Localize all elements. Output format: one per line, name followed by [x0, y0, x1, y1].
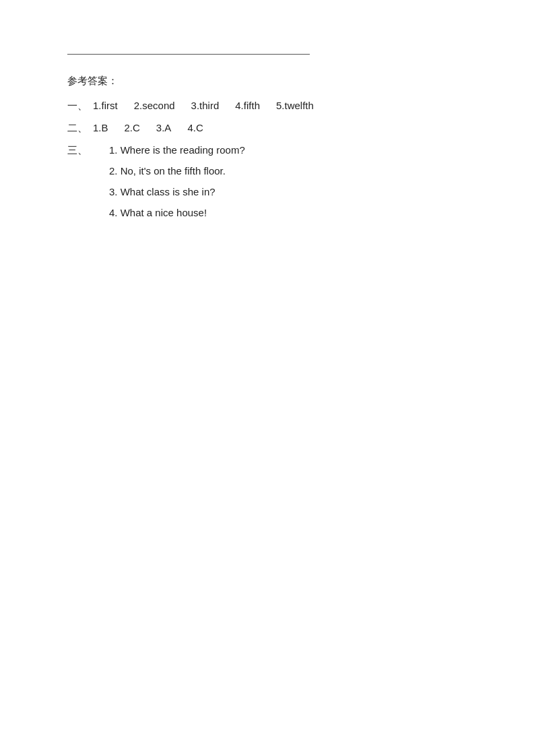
section-two-label: 二、 — [67, 122, 88, 135]
section-three-label: 三、 — [67, 144, 88, 157]
section-one-item-1: 1.first — [93, 100, 118, 111]
section-two-item-3: 3.A — [156, 122, 172, 133]
section-one-label: 一、 — [67, 100, 88, 113]
section-three-item-3: 3. What class is she in? — [109, 186, 245, 197]
section-one-items: 1.first 2.second 3.third 4.fifth 5.twelf… — [93, 100, 330, 111]
section-three: 三、 1. Where is the reading room? 2. No, … — [67, 144, 467, 228]
section-two-item-4: 4.C — [187, 122, 203, 133]
page: 参考答案： 一、 1.first 2.second 3.third 4.fift… — [0, 0, 534, 756]
section-one-item-5: 5.twelfth — [276, 100, 314, 111]
answer-title: 参考答案： — [67, 75, 467, 88]
section-three-item-4: 4. What a nice house! — [109, 207, 245, 218]
section-two: 二、 1.B 2.C 3.A 4.C — [67, 122, 467, 135]
section-two-items: 1.B 2.C 3.A 4.C — [93, 122, 220, 133]
section-three-items: 1. Where is the reading room? 2. No, it'… — [93, 144, 245, 228]
section-three-item-2: 2. No, it's on the fifth floor. — [109, 165, 245, 177]
section-three-item-1: 1. Where is the reading room? — [109, 144, 245, 156]
section-one-item-2: 2.second — [134, 100, 175, 111]
section-two-item-1: 1.B — [93, 122, 108, 133]
section-one-item-4: 4.fifth — [235, 100, 260, 111]
section-one-item-3: 3.third — [191, 100, 220, 111]
section-one: 一、 1.first 2.second 3.third 4.fifth 5.tw… — [67, 100, 467, 113]
divider-line — [67, 54, 310, 55]
section-two-item-2: 2.C — [125, 122, 140, 133]
